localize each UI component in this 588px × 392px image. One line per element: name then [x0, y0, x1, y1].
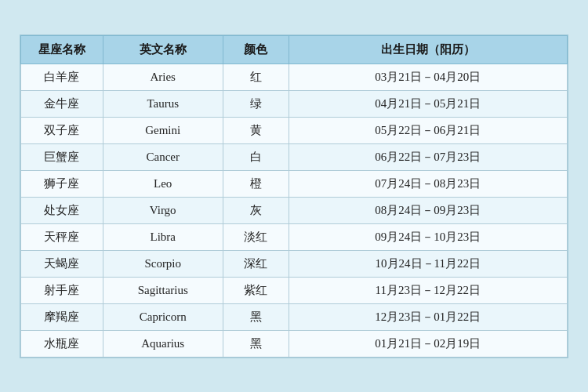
- table-row: 射手座Sagittarius紫红11月23日－12月22日: [21, 277, 568, 303]
- cell-english: Libra: [103, 223, 223, 250]
- table-row: 摩羯座Capricorn黑12月23日－01月22日: [21, 303, 568, 330]
- table-row: 巨蟹座Cancer白06月22日－07月23日: [21, 143, 568, 170]
- cell-english: Taurus: [103, 90, 223, 117]
- cell-date: 12月23日－01月22日: [289, 303, 568, 330]
- cell-color: 红: [223, 64, 289, 90]
- cell-english: Virgo: [103, 197, 223, 223]
- cell-color: 紫红: [223, 277, 289, 303]
- cell-color: 白: [223, 143, 289, 170]
- cell-chinese: 巨蟹座: [21, 143, 103, 170]
- cell-date: 03月21日－04月20日: [289, 64, 568, 90]
- cell-chinese: 金牛座: [21, 90, 103, 117]
- cell-date: 09月24日－10月23日: [289, 223, 568, 250]
- table-row: 狮子座Leo橙07月24日－08月23日: [21, 170, 568, 197]
- cell-english: Capricorn: [103, 303, 223, 330]
- cell-english: Aries: [103, 64, 223, 90]
- cell-chinese: 白羊座: [21, 64, 103, 90]
- cell-english: Leo: [103, 170, 223, 197]
- cell-date: 11月23日－12月22日: [289, 277, 568, 303]
- cell-color: 灰: [223, 197, 289, 223]
- cell-chinese: 狮子座: [21, 170, 103, 197]
- cell-date: 01月21日－02月19日: [289, 330, 568, 357]
- header-date: 出生日期（阳历）: [289, 35, 568, 64]
- zodiac-table-container: 星座名称 英文名称 颜色 出生日期（阳历） 白羊座Aries红03月21日－04…: [20, 34, 568, 358]
- cell-color: 橙: [223, 170, 289, 197]
- header-chinese: 星座名称: [21, 35, 103, 64]
- cell-date: 05月22日－06月21日: [289, 117, 568, 143]
- cell-color: 黑: [223, 303, 289, 330]
- table-header-row: 星座名称 英文名称 颜色 出生日期（阳历）: [21, 35, 568, 64]
- cell-chinese: 水瓶座: [21, 330, 103, 357]
- cell-chinese: 射手座: [21, 277, 103, 303]
- cell-english: Cancer: [103, 143, 223, 170]
- cell-chinese: 天蝎座: [21, 250, 103, 277]
- cell-color: 深红: [223, 250, 289, 277]
- cell-english: Aquarius: [103, 330, 223, 357]
- table-row: 天蝎座Scorpio深红10月24日－11月22日: [21, 250, 568, 277]
- cell-color: 绿: [223, 90, 289, 117]
- cell-english: Gemini: [103, 117, 223, 143]
- cell-chinese: 双子座: [21, 117, 103, 143]
- table-body: 白羊座Aries红03月21日－04月20日金牛座Taurus绿04月21日－0…: [21, 64, 568, 357]
- cell-date: 08月24日－09月23日: [289, 197, 568, 223]
- table-row: 白羊座Aries红03月21日－04月20日: [21, 64, 568, 90]
- cell-date: 07月24日－08月23日: [289, 170, 568, 197]
- header-color: 颜色: [223, 35, 289, 64]
- zodiac-table: 星座名称 英文名称 颜色 出生日期（阳历） 白羊座Aries红03月21日－04…: [20, 35, 568, 358]
- cell-chinese: 摩羯座: [21, 303, 103, 330]
- cell-color: 黑: [223, 330, 289, 357]
- header-english: 英文名称: [103, 35, 223, 64]
- cell-english: Scorpio: [103, 250, 223, 277]
- table-row: 天秤座Libra淡红09月24日－10月23日: [21, 223, 568, 250]
- cell-chinese: 处女座: [21, 197, 103, 223]
- cell-chinese: 天秤座: [21, 223, 103, 250]
- cell-date: 06月22日－07月23日: [289, 143, 568, 170]
- table-row: 双子座Gemini黄05月22日－06月21日: [21, 117, 568, 143]
- cell-english: Sagittarius: [103, 277, 223, 303]
- cell-color: 黄: [223, 117, 289, 143]
- table-row: 金牛座Taurus绿04月21日－05月21日: [21, 90, 568, 117]
- cell-color: 淡红: [223, 223, 289, 250]
- cell-date: 04月21日－05月21日: [289, 90, 568, 117]
- cell-date: 10月24日－11月22日: [289, 250, 568, 277]
- table-row: 水瓶座Aquarius黑01月21日－02月19日: [21, 330, 568, 357]
- table-row: 处女座Virgo灰08月24日－09月23日: [21, 197, 568, 223]
